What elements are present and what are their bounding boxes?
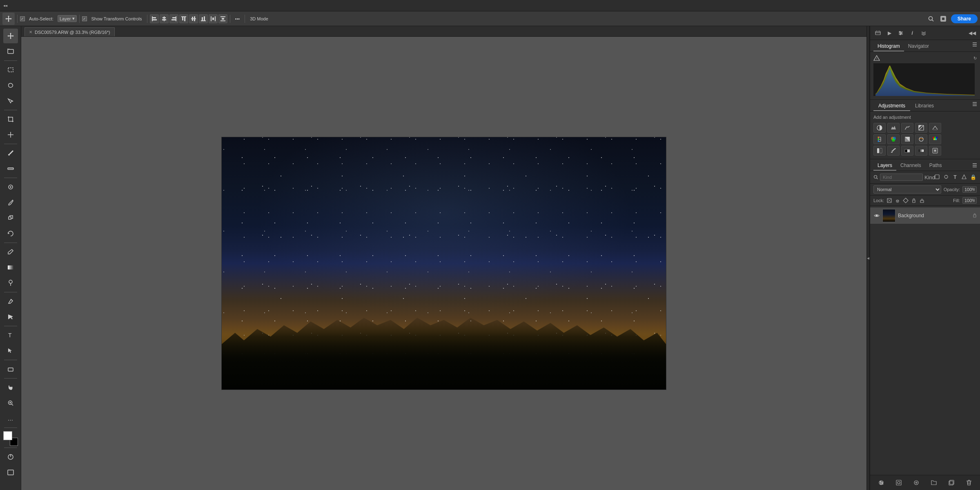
quick-mask-btn[interactable] [3,450,18,464]
layer-item-background[interactable]: Background [870,207,980,224]
transform-checkbox[interactable]: ✓ [82,16,87,21]
panel-play-btn[interactable]: ▶ [885,29,894,38]
lasso-tool[interactable] [3,78,18,93]
history-brush-tool[interactable] [3,226,18,241]
dist-v[interactable] [218,14,227,23]
posterize-btn[interactable] [887,146,900,156]
auto-select-checkbox[interactable]: ✓ [20,16,25,21]
invert-btn[interactable] [873,146,886,156]
new-layer-btn[interactable] [947,478,956,488]
text-tool[interactable]: T [3,328,18,343]
align-right[interactable] [169,14,178,23]
spot-heal-tool[interactable] [3,180,18,194]
more-tools-btn[interactable]: … [3,411,18,426]
add-mask-btn[interactable] [894,478,904,488]
layers-tab[interactable]: Layers [873,161,896,171]
new-group-btn[interactable] [929,478,939,488]
window-collapse[interactable]: ◂◂ [3,3,7,8]
adj-menu-btn[interactable] [973,101,977,111]
align-top[interactable] [179,14,188,23]
panel-layers-btn[interactable] [919,29,928,38]
align-center-v[interactable] [189,14,198,23]
photo-filter-btn[interactable] [915,134,927,144]
move-tool[interactable] [3,29,18,43]
histogram-tab[interactable]: Histogram [873,42,904,51]
hand-tool[interactable] [3,380,18,395]
panel-collapse-strip[interactable]: ◀ [866,26,870,490]
document-tab[interactable]: ✕ DSC00579.ARW @ 33.3% (RGB/16*) [24,27,115,36]
align-left[interactable] [150,14,159,23]
lock-transparent-btn[interactable] [886,198,892,203]
adj-filter-btn[interactable] [942,174,950,181]
brightness-contrast-btn[interactable] [873,123,886,133]
hist-menu-btn[interactable] [973,42,977,51]
smart-filter-btn[interactable]: 🔒 [969,174,977,180]
fill-input[interactable] [962,197,977,204]
foreground-color-swatch[interactable] [3,431,12,440]
align-bottom[interactable] [199,14,208,23]
clone-stamp-tool[interactable] [3,211,18,225]
pixel-filter-btn[interactable] [933,174,941,181]
toolbar-move-icon[interactable] [2,13,15,25]
panel-expand-btn[interactable]: ◀◀ [968,29,977,38]
screen-mode-tool[interactable] [3,465,18,480]
panel-sliders-btn[interactable] [896,29,905,38]
libraries-tab[interactable]: Libraries [910,101,939,111]
share-button[interactable]: Share [951,14,978,23]
channels-tab[interactable]: Channels [896,161,925,171]
paths-tab[interactable]: Paths [925,161,946,171]
levels-btn[interactable] [887,123,900,133]
panel-search-btn[interactable] [873,29,882,38]
adjustments-tab[interactable]: Adjustments [873,101,910,111]
add-layer-style-btn[interactable]: fx [876,478,886,488]
eyedropper-tool[interactable] [3,146,18,160]
selective-color-btn[interactable] [929,146,941,156]
exposure-btn[interactable] [915,123,927,133]
channel-mixer-btn[interactable] [929,134,941,144]
direct-select-tool[interactable] [3,343,18,358]
gradient-map-btn[interactable] [915,146,927,156]
pen-tool[interactable] [3,294,18,309]
shape-tool[interactable] [3,362,18,376]
navigator-tab[interactable]: Navigator [904,42,933,51]
curves-btn[interactable] [901,123,913,133]
vibrance-btn[interactable] [929,123,941,133]
threshold-btn[interactable] [901,146,913,156]
blend-mode-select[interactable]: Normal [873,185,941,194]
rect-marquee-tool[interactable] [3,62,18,77]
lock-pixels-btn[interactable] [895,198,900,203]
lock-position-btn[interactable] [903,198,909,203]
object-select-tool[interactable] [3,94,18,108]
new-fill-adj-btn[interactable] [911,478,921,488]
crop-tool[interactable] [3,112,18,127]
shape-filter-btn[interactable] [960,174,968,181]
color-balance-btn[interactable] [887,134,900,144]
search-btn[interactable] [927,14,935,23]
3d-mode-btn[interactable]: 3D Mode [247,15,271,22]
eraser-tool[interactable] [3,245,18,259]
tab-close-btn[interactable]: ✕ [29,30,32,34]
hsl-btn[interactable] [873,134,886,144]
layers-menu-btn[interactable] [973,163,977,169]
refresh-histogram-btn[interactable]: ↻ [973,56,977,60]
ruler-tool[interactable] [3,161,18,176]
bw-btn[interactable] [901,134,913,144]
align-center-h[interactable] [160,14,169,23]
layer-dropdown[interactable]: Layer ▾ [58,15,77,22]
dist-h[interactable] [209,14,218,23]
panel-info-btn[interactable]: i [908,29,917,38]
slice-tool[interactable] [3,127,18,142]
brush-tool[interactable] [3,195,18,210]
lock-all-btn[interactable] [919,198,925,203]
text-filter-btn[interactable]: T [951,174,959,180]
lock-artboard-btn[interactable] [911,198,917,203]
gradient-tool[interactable] [3,260,18,275]
more-options-btn[interactable]: ••• [233,15,243,22]
color-swatches[interactable] [3,431,18,446]
artboard-tool[interactable] [3,44,18,59]
delete-layer-btn[interactable] [964,478,974,488]
canvas-viewport[interactable] [21,37,866,490]
layer-visibility-btn[interactable] [873,213,880,219]
screen-mode-btn[interactable] [939,14,948,23]
path-select-tool[interactable] [3,310,18,324]
